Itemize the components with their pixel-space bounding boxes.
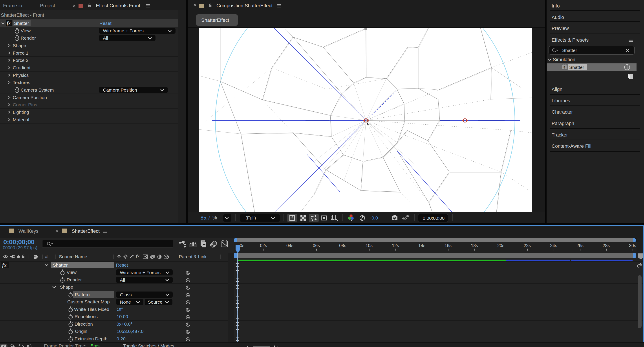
svg-text:8: 8 xyxy=(564,65,565,69)
